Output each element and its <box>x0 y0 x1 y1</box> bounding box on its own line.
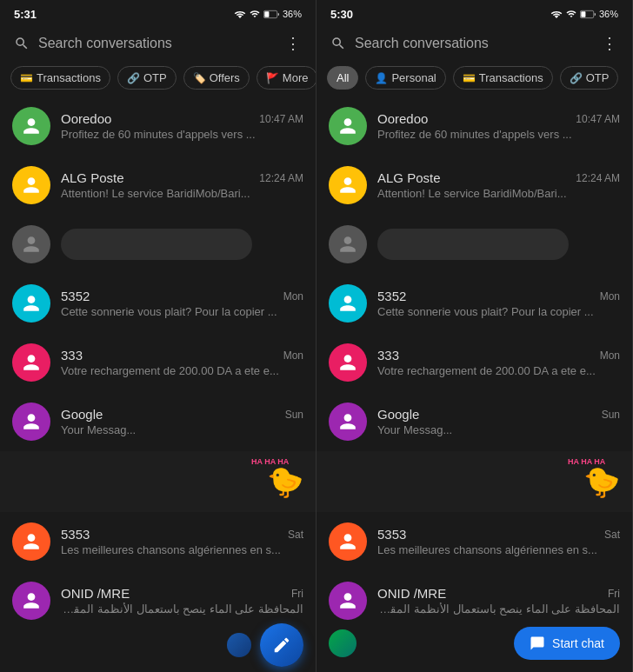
chip-personal-right[interactable]: 👤 Personal <box>365 66 445 90</box>
personal-icon-right: 👤 <box>375 72 388 84</box>
conv-name-onid-left: ONID /MRE <box>61 586 130 601</box>
search-placeholder-right[interactable]: Search conversations <box>355 36 489 51</box>
avatar-5352-right <box>329 284 367 323</box>
conv-item-onid-right[interactable]: ONID /MRE Fri المحافظة على الماء ينصح با… <box>316 571 632 622</box>
more-menu-right[interactable]: ⋮ <box>602 34 618 53</box>
avatar-5353-right <box>329 522 367 561</box>
conv-name-333-left: 333 <box>61 348 83 363</box>
conv-content-onid-right: ONID /MRE Fri المحافظة على الماء ينصح با… <box>377 586 620 615</box>
conv-content-5352-left: 5352 Mon Cette sonnerie vous plait? Pour… <box>61 289 303 318</box>
conv-item-algposte-right[interactable]: ALG Poste 12:24 AM Attention! Le service… <box>316 156 632 215</box>
conv-item-5353-left[interactable]: 5353 Sat Les meilleures chansons algérie… <box>0 512 316 571</box>
battery-pct-right: 36% <box>599 9 618 19</box>
avatar-hidden1-right <box>329 225 367 263</box>
conv-item-333-left[interactable]: 333 Mon Votre rechargement de 200.00 DA … <box>0 333 316 392</box>
status-icons-right: 36% <box>550 9 618 19</box>
bottom-area-right: Start chat <box>316 622 632 672</box>
sticker-row-right: HA HA HA 🐤 <box>316 451 632 512</box>
search-placeholder-left[interactable]: Search conversations <box>38 36 172 51</box>
avatar-algposte-right <box>329 166 367 204</box>
chip-more-left[interactable]: 🚩 More <box>257 66 316 90</box>
chip-offers-left[interactable]: 🏷️ Offers <box>183 66 250 90</box>
search-bar-right[interactable]: Search conversations ⋮ <box>316 24 632 63</box>
conv-item-ooredoo-right[interactable]: Ooredoo 10:47 AM Profitez de 60 minutes … <box>316 96 632 156</box>
conv-item-hidden1-left[interactable] <box>0 215 316 274</box>
conv-name-333-right: 333 <box>377 348 399 363</box>
conv-preview-5352-left: Cette sonnerie vous plait? Pour la copie… <box>61 305 303 318</box>
wifi-icon-right <box>550 9 563 19</box>
conv-content-ooredoo-right: Ooredoo 10:47 AM Profitez de 60 minutes … <box>377 111 620 141</box>
chip-transactions-left[interactable]: 💳 Transactions <box>10 66 110 90</box>
conv-item-ooredoo-left[interactable]: Ooredoo 10:47 AM Profitez de 60 minutes … <box>0 96 316 156</box>
status-icons-left: 36% <box>234 9 302 19</box>
search-icon-right <box>330 36 346 51</box>
conv-name-ooredoo-left: Ooredoo <box>61 111 111 126</box>
chip-all-right[interactable]: All <box>327 66 358 90</box>
chip-otp-right[interactable]: 🔗 OTP <box>560 66 619 90</box>
sticker-row-left: HA HA HA 🐤 <box>0 451 316 512</box>
chip-transactions-right[interactable]: 💳 Transactions <box>453 66 553 90</box>
conv-item-5352-right[interactable]: 5352 Mon Cette sonnerie vous plait? Pour… <box>316 274 632 333</box>
conversation-list-right: Ooredoo 10:47 AM Profitez de 60 minutes … <box>316 96 632 622</box>
conv-content-google-left: Google Sun Your Messag... <box>61 407 303 436</box>
conv-item-333-right[interactable]: 333 Mon Votre rechargement de 200.00 DA … <box>316 333 632 392</box>
ha-text-right: HA HA HA <box>568 457 605 467</box>
conv-time-ooredoo-left: 10:47 AM <box>259 113 303 125</box>
conv-preview-google-left: Your Messag... <box>61 423 303 436</box>
conv-preview-algposte-right: Attention! Le service BaridiMob/Bari... <box>377 187 620 200</box>
search-bar-left[interactable]: Search conversations ⋮ <box>0 24 316 63</box>
conv-preview-333-left: Votre rechargement de 200.00 DA a ete e.… <box>61 364 303 377</box>
conv-name-ooredoo-right: Ooredoo <box>377 111 428 126</box>
fab-compose-left[interactable] <box>260 623 303 667</box>
signal-icon <box>250 9 260 19</box>
conv-item-onid-left[interactable]: ONID /MRE Fri المحافظة على الماء ينصح با… <box>0 571 316 629</box>
conv-name-5352-right: 5352 <box>377 289 406 303</box>
sticker-laughing-right: HA HA HA 🐤 <box>583 464 620 499</box>
conv-time-5352-right: Mon <box>600 290 620 303</box>
conv-time-algposte-right: 12:24 AM <box>576 172 620 184</box>
sticker-emoji-right: 🐤 <box>583 465 620 498</box>
start-chat-label: Start chat <box>552 636 604 650</box>
conv-time-onid-left: Fri <box>291 588 303 600</box>
conv-item-5353-right[interactable]: 5353 Sat Les meilleures chansons algérie… <box>316 512 632 571</box>
partial-fab-left <box>227 633 251 657</box>
conv-time-google-left: Sun <box>285 409 303 421</box>
conv-preview-algposte-left: Attention! Le service BaridiMob/Bari... <box>61 187 303 200</box>
avatar-onid-right <box>329 582 367 620</box>
status-bar-left: 5:31 36% <box>0 0 316 24</box>
conv-item-5352-left[interactable]: 5352 Mon Cette sonnerie vous plait? Pour… <box>0 274 316 333</box>
more-menu-left[interactable]: ⋮ <box>285 34 302 53</box>
conv-content-5353-right: 5353 Sat Les meilleures chansons algérie… <box>377 527 620 556</box>
conv-content-algposte-left: ALG Poste 12:24 AM Attention! Le service… <box>61 170 303 200</box>
conv-preview-ooredoo-right: Profitez de 60 minutes d'appels vers ... <box>377 128 620 141</box>
transactions-icon-right: 💳 <box>463 72 476 84</box>
avatar-5353-left <box>12 522 50 561</box>
conv-item-algposte-left[interactable]: ALG Poste 12:24 AM Attention! Le service… <box>0 156 316 215</box>
more-icon: 🚩 <box>266 72 279 84</box>
signal-icon-right <box>566 9 576 19</box>
conv-name-algposte-left: ALG Poste <box>61 170 124 185</box>
conv-name-google-left: Google <box>61 407 103 422</box>
avatar-google-right <box>329 403 367 441</box>
status-bar-right: 5:30 36% <box>316 0 632 24</box>
start-chat-icon <box>530 635 545 651</box>
conv-preview-ooredoo-left: Profitez de 60 minutes d'appels vers ... <box>61 128 303 141</box>
conv-item-google-right[interactable]: Google Sun Your Messag... <box>316 392 632 451</box>
conv-preview-onid-right: المحافظة على الماء ينصح باستعمال الأنظمة… <box>377 602 620 615</box>
right-panel: 5:30 36% Search conversations ⋮ <box>316 0 633 672</box>
otp-icon-right: 🔗 <box>570 72 583 84</box>
conv-content-algposte-right: ALG Poste 12:24 AM Attention! Le service… <box>377 170 620 200</box>
conv-item-google-left[interactable]: Google Sun Your Messag... <box>0 392 316 451</box>
conv-content-5352-right: 5352 Mon Cette sonnerie vous plait? Pour… <box>377 289 620 318</box>
sticker-laughing-left: HA HA HA 🐤 <box>267 464 303 499</box>
transactions-icon: 💳 <box>20 72 33 84</box>
conv-preview-onid-left: المحافظة على الماء ينصح باستعمال الأنظمة… <box>61 602 303 615</box>
avatar-algposte-left <box>12 166 50 204</box>
avatar-ooredoo-left <box>12 107 50 145</box>
chip-otp-left[interactable]: 🔗 OTP <box>117 66 177 90</box>
start-chat-button[interactable]: Start chat <box>514 627 620 660</box>
battery-pct-left: 36% <box>283 9 302 19</box>
svg-rect-3 <box>581 11 585 17</box>
conv-item-hidden1-right[interactable] <box>316 215 632 274</box>
conv-name-5353-left: 5353 <box>61 527 90 542</box>
